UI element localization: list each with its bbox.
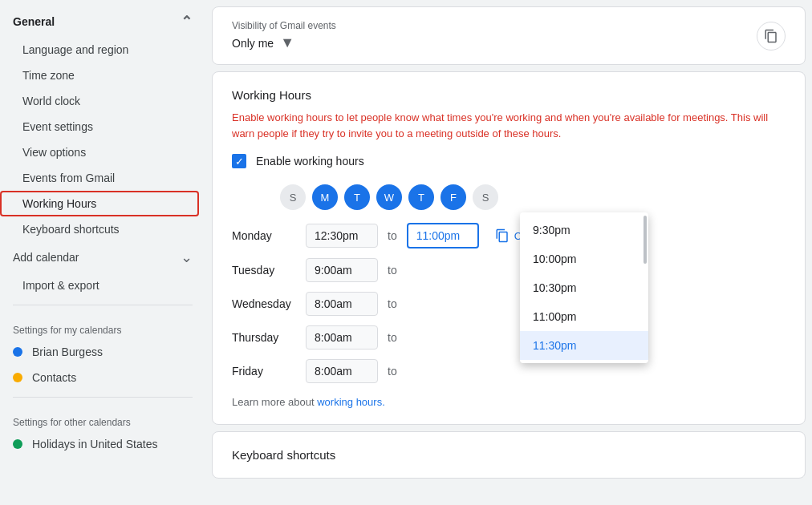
calendar-item-contacts[interactable]: Contacts bbox=[0, 365, 205, 390]
friday-start-input[interactable]: 8:00am bbox=[306, 359, 378, 383]
time-dropdown-popup: 9:30pm 10:00pm 10:30pm 11:00pm 11:30pm bbox=[520, 212, 648, 363]
copy-icon-button[interactable] bbox=[757, 22, 786, 50]
day-thursday[interactable]: T bbox=[408, 184, 434, 210]
copy-time-icon bbox=[495, 228, 510, 243]
friday-label: Friday bbox=[232, 365, 296, 378]
day-selector: S M T W T F S bbox=[232, 184, 786, 210]
thursday-label: Thursday bbox=[232, 331, 296, 344]
sidebar-item-keyboardshortcuts[interactable]: Keyboard shortcuts bbox=[0, 216, 199, 242]
visibility-select[interactable]: Only me ▼ bbox=[232, 34, 336, 51]
divider-1 bbox=[13, 305, 193, 305]
friday-to-label: to bbox=[388, 365, 397, 378]
keyboard-shortcuts-title: Keyboard shortcuts bbox=[232, 448, 786, 462]
general-label: General bbox=[13, 15, 55, 28]
working-hours-card: Working Hours Enable working hours to le… bbox=[212, 71, 806, 425]
wednesday-to-label: to bbox=[388, 297, 397, 310]
thursday-row: Thursday 8:00am to bbox=[232, 325, 786, 349]
enable-label: Enable working hours bbox=[256, 155, 364, 168]
day-friday[interactable]: F bbox=[441, 184, 466, 210]
dropdown-scrollbar[interactable] bbox=[644, 216, 647, 264]
learn-more-link[interactable]: working hours. bbox=[317, 396, 385, 408]
time-rows: Monday 12:30pm to 11:00pm COPY TIME TO A… bbox=[232, 223, 786, 383]
dropdown-option-930pm[interactable]: 9:30pm bbox=[520, 216, 648, 244]
tuesday-to-label: to bbox=[388, 264, 397, 277]
tuesday-row: Tuesday 9:00am to bbox=[232, 258, 786, 282]
calendar-item-brianburgess[interactable]: Brian Burgess bbox=[0, 339, 205, 365]
dropdown-option-1130pm[interactable]: 11:30pm bbox=[520, 331, 648, 360]
chevron-up-icon: ⌃ bbox=[181, 13, 193, 30]
wednesday-label: Wednesday bbox=[232, 297, 296, 310]
dropdown-arrow-icon: ▼ bbox=[280, 34, 294, 51]
working-hours-title: Working Hours bbox=[232, 88, 786, 102]
keyboard-shortcuts-card: Keyboard shortcuts bbox=[212, 431, 806, 479]
working-hours-description: Enable working hours to let people know … bbox=[232, 110, 786, 141]
thursday-to-label: to bbox=[388, 331, 397, 344]
contacts-dot bbox=[13, 373, 22, 382]
monday-row: Monday 12:30pm to 11:00pm COPY TIME TO A… bbox=[232, 223, 786, 248]
monday-to-label: to bbox=[388, 229, 397, 242]
my-calendars-label: Settings for my calendars bbox=[0, 312, 205, 339]
sidebar: General ⌃ Language and region Time zone … bbox=[0, 0, 205, 505]
wednesday-row: Wednesday 8:00am to bbox=[232, 292, 786, 316]
thursday-start-input[interactable]: 8:00am bbox=[306, 325, 378, 349]
day-sunday[interactable]: S bbox=[280, 184, 306, 210]
other-calendars-label: Settings for other calendars bbox=[0, 404, 205, 431]
enable-checkbox[interactable]: ✓ bbox=[232, 154, 246, 168]
sidebar-item-worldclock[interactable]: World clock bbox=[0, 88, 199, 114]
dropdown-option-1000pm[interactable]: 10:00pm bbox=[520, 244, 648, 273]
day-tuesday[interactable]: T bbox=[344, 184, 370, 210]
sidebar-item-timezone[interactable]: Time zone bbox=[0, 63, 199, 88]
visibility-label: Visibility of Gmail events bbox=[232, 20, 336, 31]
tuesday-start-input[interactable]: 9:00am bbox=[306, 258, 378, 282]
divider-2 bbox=[13, 397, 193, 398]
visibility-value: Only me bbox=[232, 37, 274, 50]
monday-label: Monday bbox=[232, 229, 296, 242]
main-content: Visibility of Gmail events Only me ▼ Wor… bbox=[205, 0, 812, 505]
monday-end-input[interactable]: 11:00pm bbox=[407, 223, 479, 248]
sidebar-item-eventsfromgmail[interactable]: Events from Gmail bbox=[0, 165, 199, 191]
calendar-item-holidays[interactable]: Holidays in United States bbox=[0, 431, 205, 457]
enable-row: ✓ Enable working hours bbox=[232, 154, 786, 168]
add-calendar-row[interactable]: Add calendar ⌄ bbox=[0, 242, 205, 273]
monday-start-input[interactable]: 12:30pm bbox=[306, 224, 378, 248]
day-wednesday[interactable]: W bbox=[376, 184, 402, 210]
dropdown-option-1100pm[interactable]: 11:00pm bbox=[520, 302, 648, 331]
sidebar-item-eventsettings[interactable]: Event settings bbox=[0, 114, 199, 139]
visibility-card: Visibility of Gmail events Only me ▼ bbox=[212, 6, 806, 65]
tuesday-label: Tuesday bbox=[232, 264, 296, 277]
sidebar-item-viewoptions[interactable]: View options bbox=[0, 139, 199, 165]
wednesday-start-input[interactable]: 8:00am bbox=[306, 292, 378, 316]
friday-row: Friday 8:00am to bbox=[232, 359, 786, 383]
dropdown-option-1030pm[interactable]: 10:30pm bbox=[520, 273, 648, 302]
brian-burgess-dot bbox=[13, 347, 22, 357]
sidebar-item-language[interactable]: Language and region bbox=[0, 37, 199, 63]
copy-icon bbox=[764, 29, 778, 43]
sidebar-item-importexport[interactable]: Import & export bbox=[0, 273, 199, 298]
visibility-dropdown-field: Visibility of Gmail events Only me ▼ bbox=[232, 20, 336, 51]
day-saturday[interactable]: S bbox=[473, 184, 498, 210]
learn-more: Learn more about working hours. bbox=[232, 396, 786, 408]
holidays-dot bbox=[13, 439, 22, 449]
day-monday[interactable]: M bbox=[312, 184, 338, 210]
sidebar-item-workinghours[interactable]: Working Hours bbox=[0, 191, 199, 216]
chevron-down-icon: ⌄ bbox=[181, 248, 193, 266]
general-section-header[interactable]: General ⌃ bbox=[0, 6, 205, 37]
